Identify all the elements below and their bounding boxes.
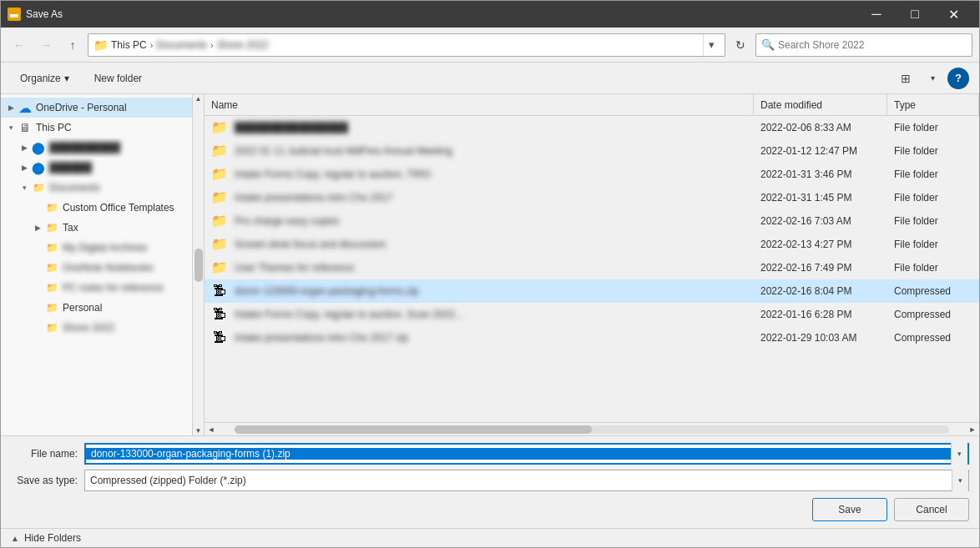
tree-item-2[interactable]: ▶ ⬤ ██████: [1, 158, 192, 178]
tree-item-shore2022[interactable]: 📁 Shore 2022: [1, 318, 192, 338]
file-name-10: Intake presentations intro Chx 2017 zip: [235, 332, 754, 344]
file-name-dropdown[interactable]: ▾: [951, 443, 967, 465]
tree-item-documents[interactable]: ▾ 📁 Documents: [1, 178, 192, 198]
horizontal-scrollbar[interactable]: ◄ ►: [205, 422, 979, 435]
address-bar[interactable]: 📁 This PC › Documents › Shore 2022 ▾: [88, 33, 725, 57]
tree-item-tax[interactable]: ▶ 📁 Tax: [1, 218, 192, 238]
file-name-input[interactable]: [86, 448, 951, 460]
file-name-row: File name: ▾: [11, 443, 969, 465]
folder-icon-pcnotes: 📁: [44, 280, 59, 295]
path-thispc[interactable]: This PC: [111, 39, 147, 51]
save-button[interactable]: Save: [812, 498, 887, 521]
file-icon-9: 🗜: [205, 307, 235, 322]
expand-onedrive: ▶: [4, 101, 18, 114]
tree-item-custom-templates[interactable]: 📁 Custom Office Templates: [1, 198, 192, 218]
minimize-button[interactable]: ─: [857, 1, 896, 28]
file-icon-3: 📁: [205, 166, 235, 182]
hscroll-left[interactable]: ◄: [205, 425, 218, 434]
file-item-6[interactable]: 📁 Screen desk focus and discussion 2022-…: [205, 233, 979, 256]
dialog-window: Save As ─ □ ✕ ← → ↑ 📁 This PC › Document…: [0, 0, 980, 548]
file-name-5: Pro charge easy copies: [235, 215, 754, 227]
file-item-4[interactable]: 📁 Intake presentations intro Chx 2017 20…: [205, 186, 979, 209]
file-icon-1: 📁: [205, 119, 235, 135]
up-button[interactable]: ↑: [61, 33, 84, 57]
save-type-dropdown[interactable]: ▾: [952, 470, 968, 491]
tree-item-1[interactable]: ▶ ⬤ ██████████: [1, 138, 192, 158]
tree-item-onedrive[interactable]: ▶ ☁ OneDrive - Personal: [1, 98, 192, 118]
file-item-3[interactable]: 📁 Intake Forms Copy, regular to auction,…: [205, 163, 979, 186]
tree-item-onenote[interactable]: 📁 OneNote Notebooks: [1, 258, 192, 278]
toolbar: Organize ▾ New folder ⊞ ▾ ?: [1, 63, 979, 94]
expand-tax: ▶: [31, 221, 44, 234]
file-date-3: 2022-01-31 3:46 PM: [754, 168, 887, 180]
file-item-2[interactable]: 📁 2022 01 11 Judicial trust MdPres Annua…: [205, 139, 979, 163]
hide-folders-row[interactable]: ▲ Hide Folders: [1, 528, 979, 547]
tree-item-mydigital[interactable]: 📁 My Digital Archives: [1, 238, 192, 258]
search-bar[interactable]: 🔍: [755, 33, 972, 57]
save-type-select-wrapper[interactable]: Compressed (zipped) Folder (*.zip) ▾: [84, 470, 969, 491]
bottom-buttons: Save Cancel: [11, 498, 969, 521]
file-name-input-wrapper[interactable]: ▾: [84, 443, 969, 465]
file-type-6: File folder: [887, 239, 979, 250]
col-header-type[interactable]: Type: [887, 94, 979, 115]
main-content: ▶ ☁ OneDrive - Personal ▾ 🖥 This PC ▶ ⬤ …: [1, 94, 979, 435]
nav-scroll-up[interactable]: ▲: [195, 95, 202, 103]
forward-button[interactable]: →: [34, 33, 58, 57]
close-button[interactable]: ✕: [934, 1, 972, 28]
onedrive-icon: ☁: [18, 100, 33, 115]
item1-label: ██████████: [49, 142, 189, 153]
file-date-7: 2022-02-16 7:49 PM: [754, 262, 887, 274]
file-item-8[interactable]: 🗜 donor-133000-organ-packaging-forms.zip…: [205, 279, 979, 303]
help-button[interactable]: ?: [947, 68, 969, 89]
save-type-row: Save as type: Compressed (zipped) Folder…: [11, 470, 969, 491]
cancel-button[interactable]: Cancel: [894, 498, 969, 521]
folder-icon-custom: 📁: [44, 200, 59, 215]
file-icon-4: 📁: [205, 189, 235, 205]
maximize-button[interactable]: □: [896, 1, 934, 28]
svg-rect-1: [10, 12, 18, 14]
file-date-10: 2022-01-29 10:03 AM: [754, 332, 887, 344]
folder-icon: 📁: [93, 38, 108, 52]
search-input[interactable]: [778, 39, 967, 51]
tree-item-personal[interactable]: 📁 Personal: [1, 298, 192, 318]
file-list-header: Name Date modified Type: [205, 94, 979, 116]
view-button[interactable]: ⊞: [894, 68, 917, 89]
onedrive-label: OneDrive - Personal: [36, 102, 189, 113]
file-icon-7: 📁: [205, 259, 235, 275]
expand-1: ▶: [18, 141, 31, 154]
refresh-button[interactable]: ↻: [729, 33, 752, 57]
file-item-7[interactable]: 📁 User Themes for reference 2022-02-16 7…: [205, 256, 979, 279]
file-item-9[interactable]: 🗜 Intake Forms Copy, regular to auction,…: [205, 303, 979, 326]
expand-shore: [31, 321, 44, 334]
file-item-1[interactable]: 📁 ████████████████ 2022-02-06 8:33 AM Fi…: [205, 116, 979, 139]
organize-dropdown-icon: ▾: [64, 73, 69, 84]
expand-2: ▶: [18, 161, 31, 174]
expand-pcnotes: [31, 281, 44, 294]
file-name-label: File name:: [11, 448, 78, 460]
folder-icon-mydigital: 📁: [44, 240, 59, 255]
organize-button[interactable]: Organize ▾: [11, 68, 78, 89]
new-folder-button[interactable]: New folder: [85, 68, 151, 89]
col-header-name[interactable]: Name: [205, 94, 754, 115]
file-item-10[interactable]: 🗜 Intake presentations intro Chx 2017 zi…: [205, 326, 979, 349]
view-dropdown-button[interactable]: ▾: [921, 68, 944, 89]
file-icon-5: 📁: [205, 213, 235, 229]
tree-item-pcnotes[interactable]: 📁 PC notes for reference: [1, 278, 192, 298]
pc-icon: 🖥: [18, 120, 33, 135]
file-type-3: File folder: [887, 168, 979, 180]
path-part2[interactable]: Documents: [156, 39, 207, 51]
address-dropdown-button[interactable]: ▾: [703, 34, 720, 56]
path-part3[interactable]: Shore 2022: [217, 39, 269, 51]
col-header-date[interactable]: Date modified: [754, 94, 887, 115]
nav-scrollbar[interactable]: ▲ ▼: [193, 94, 205, 435]
tax-label: Tax: [63, 222, 189, 234]
folder-icon-docs: 📁: [31, 180, 46, 195]
file-item-5[interactable]: 📁 Pro charge easy copies 2022-02-16 7:03…: [205, 209, 979, 233]
bottom-area: File name: ▾ Save as type: Compressed (z…: [1, 435, 979, 528]
file-type-8: Compressed: [887, 285, 979, 297]
nav-scroll-down[interactable]: ▼: [195, 427, 202, 435]
nav-bar: ← → ↑ 📁 This PC › Documents › Shore 2022…: [1, 28, 979, 63]
hscroll-right[interactable]: ►: [966, 425, 979, 434]
tree-item-thispc[interactable]: ▾ 🖥 This PC: [1, 118, 192, 138]
back-button[interactable]: ←: [8, 33, 31, 57]
